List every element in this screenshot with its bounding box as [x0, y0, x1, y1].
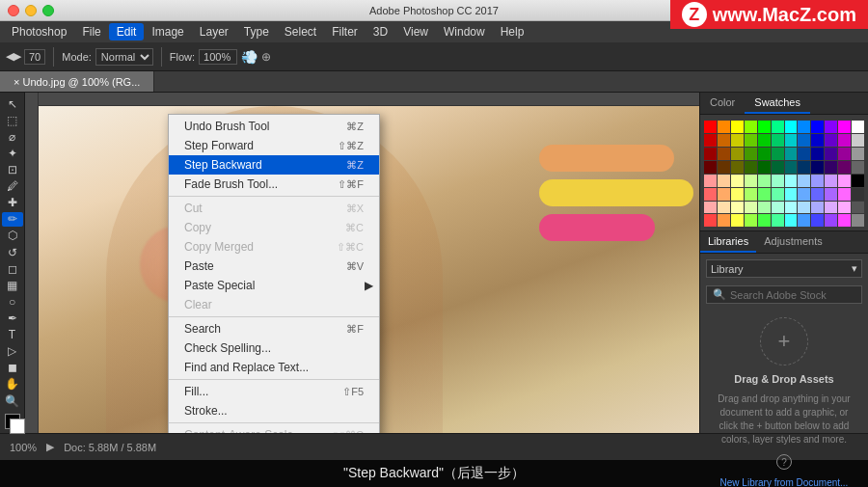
menu-cut[interactable]: Cut ⌘X [169, 199, 379, 218]
menu-undo-brush-tool[interactable]: Undo Brush Tool ⌘Z [169, 117, 379, 136]
menu-stroke[interactable]: Stroke... [169, 401, 379, 420]
heal-tool[interactable]: ✚ [2, 196, 23, 210]
crop-tool[interactable]: ⊡ [2, 162, 23, 176]
swatch-color-cell[interactable] [704, 202, 717, 214]
tab-adjustments[interactable]: Adjustments [756, 231, 830, 253]
swatch-color-cell[interactable] [704, 188, 717, 201]
swatch-color-cell[interactable] [811, 134, 824, 147]
swatch-color-cell[interactable] [718, 188, 730, 201]
swatch-color-cell[interactable] [745, 188, 757, 201]
swatch-color-cell[interactable] [798, 175, 810, 187]
menu-search[interactable]: Search ⌘F [169, 319, 379, 338]
tab-undo-jpg[interactable]: × Undo.jpg @ 100% (RG... [0, 71, 154, 92]
swatch-color-cell[interactable] [825, 175, 837, 187]
menu-select[interactable]: Select [277, 23, 324, 41]
swatch-color-cell[interactable] [825, 161, 837, 174]
menu-find-replace[interactable]: Find and Replace Text... [169, 358, 379, 377]
swatch-color-cell[interactable] [731, 134, 744, 147]
stamp-tool[interactable]: ⬡ [2, 229, 23, 243]
menu-edit[interactable]: Edit [109, 23, 145, 41]
menu-image[interactable]: Image [144, 23, 191, 41]
menu-clear[interactable]: Clear [169, 295, 379, 314]
mode-select[interactable]: Normal [95, 48, 153, 66]
tab-libraries[interactable]: Libraries [700, 231, 756, 253]
menu-copy-merged[interactable]: Copy Merged ⇧⌘C [169, 237, 379, 257]
swatch-color-cell[interactable] [838, 175, 851, 187]
foreground-color[interactable] [5, 414, 20, 429]
swatch-color-cell[interactable] [825, 148, 837, 160]
swatch-color-cell[interactable] [838, 161, 851, 174]
swatch-color-cell[interactable] [838, 202, 851, 214]
tab-swatches[interactable]: Swatches [745, 93, 810, 114]
swatch-color-cell[interactable] [852, 121, 864, 133]
menu-paste-special[interactable]: Paste Special ▶ [169, 276, 379, 295]
swatch-color-cell[interactable] [745, 121, 757, 133]
lasso-tool[interactable]: ⌀ [2, 129, 23, 144]
swatch-color-cell[interactable] [718, 134, 730, 147]
swatch-color-cell[interactable] [758, 214, 771, 227]
library-search-input[interactable] [730, 289, 855, 301]
menu-3d[interactable]: 3D [366, 23, 395, 41]
menu-step-forward[interactable]: Step Forward ⇧⌘Z [169, 136, 379, 155]
swatch-color-cell[interactable] [785, 188, 798, 201]
swatch-color-cell[interactable] [704, 121, 717, 133]
swatch-color-cell[interactable] [811, 202, 824, 214]
swatch-color-cell[interactable] [704, 214, 717, 227]
menu-window[interactable]: Window [436, 23, 493, 41]
swatch-color-cell[interactable] [772, 188, 784, 201]
tab-color[interactable]: Color [700, 93, 745, 114]
swatch-color-cell[interactable] [825, 214, 837, 227]
swatch-color-cell[interactable] [798, 202, 810, 214]
eraser-tool[interactable]: ◻ [2, 261, 23, 276]
history-brush-tool[interactable]: ↺ [2, 245, 23, 259]
swatch-color-cell[interactable] [785, 134, 798, 147]
swatch-color-cell[interactable] [825, 134, 837, 147]
swatch-color-cell[interactable] [811, 175, 824, 187]
swatch-color-cell[interactable] [718, 121, 730, 133]
swatch-color-cell[interactable] [718, 214, 730, 227]
swatch-color-cell[interactable] [772, 202, 784, 214]
swatch-color-cell[interactable] [785, 214, 798, 227]
swatch-color-cell[interactable] [772, 148, 784, 160]
move-tool[interactable]: ↖ [2, 96, 23, 111]
swatch-color-cell[interactable] [798, 148, 810, 160]
menu-type[interactable]: Type [236, 23, 277, 41]
shape-tool[interactable]: ◼ [2, 361, 23, 375]
hand-tool[interactable]: ✋ [2, 377, 23, 392]
swatch-color-cell[interactable] [811, 121, 824, 133]
swatch-color-cell[interactable] [745, 214, 757, 227]
swatch-color-cell[interactable] [718, 202, 730, 214]
swatch-color-cell[interactable] [825, 202, 837, 214]
swatch-color-cell[interactable] [798, 214, 810, 227]
swatch-color-cell[interactable] [745, 175, 757, 187]
close-button[interactable] [8, 5, 19, 16]
swatch-color-cell[interactable] [704, 148, 717, 160]
menu-help[interactable]: Help [493, 23, 532, 41]
text-tool[interactable]: T [2, 328, 23, 342]
swatch-color-cell[interactable] [852, 175, 864, 187]
swatch-color-cell[interactable] [704, 134, 717, 147]
background-color[interactable] [10, 419, 25, 434]
swatch-color-cell[interactable] [731, 121, 744, 133]
new-library-link[interactable]: New Library from Document... [720, 477, 849, 487]
minimize-button[interactable] [25, 5, 37, 16]
swatch-color-cell[interactable] [838, 214, 851, 227]
swatch-color-cell[interactable] [838, 148, 851, 160]
swatch-color-cell[interactable] [785, 175, 798, 187]
swatch-color-cell[interactable] [811, 161, 824, 174]
swatch-color-cell[interactable] [798, 121, 810, 133]
swatch-color-cell[interactable] [758, 161, 771, 174]
add-asset-circle[interactable]: + [760, 317, 808, 365]
swatch-color-cell[interactable] [772, 134, 784, 147]
swatch-color-cell[interactable] [825, 121, 837, 133]
gradient-tool[interactable]: ▦ [2, 278, 23, 292]
swatch-color-cell[interactable] [838, 188, 851, 201]
menu-step-backward[interactable]: Step Backward ⌘Z [169, 155, 379, 175]
swatch-color-cell[interactable] [785, 148, 798, 160]
swatch-color-cell[interactable] [811, 188, 824, 201]
pen-tool[interactable]: ✒ [2, 311, 23, 325]
swatch-color-cell[interactable] [745, 161, 757, 174]
menu-fade-brush-tool[interactable]: Fade Brush Tool... ⇧⌘F [169, 175, 379, 194]
magic-wand-tool[interactable]: ✦ [2, 146, 23, 160]
swatch-color-cell[interactable] [745, 148, 757, 160]
